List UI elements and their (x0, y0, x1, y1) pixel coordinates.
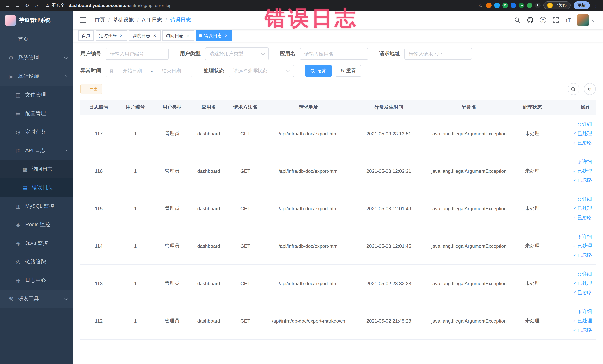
action-ignored[interactable]: ✓已忽略 (573, 214, 592, 221)
extension-grid-icon[interactable] (510, 3, 516, 8)
action-ignored[interactable]: ✓已忽略 (573, 177, 592, 184)
sidebar-item-access-log[interactable]: ▨ 访问日志 (0, 160, 73, 178)
sidebar-item-trace[interactable]: ◎ 链路追踪 (0, 253, 73, 271)
column-header: 应用名 (190, 100, 227, 115)
sidebar-item-mysql-monitor[interactable]: ▥ MySQL 监控 (0, 197, 73, 215)
tab-home[interactable]: 首页 (78, 30, 94, 41)
extension-on-icon[interactable]: on (519, 3, 524, 8)
action-label: 已忽略 (577, 327, 592, 333)
font-size-icon[interactable]: ↕T (565, 17, 570, 23)
cell-url: /api/infra/db-doc/export-html (264, 115, 353, 152)
app-name-field[interactable] (300, 48, 368, 60)
action-detail[interactable]: ◎详细 (578, 233, 592, 240)
sidebar-item-system-management[interactable]: ⚙ 系统管理 (0, 48, 73, 67)
close-icon[interactable]: × (119, 33, 124, 38)
action-processed[interactable]: ✓已处理 (573, 317, 592, 324)
exception-time-range[interactable]: ▦ 开始日期 - 结束日期 (106, 65, 192, 77)
extension-green-v-icon[interactable]: V (502, 3, 508, 8)
action-detail[interactable]: ◎详细 (578, 121, 592, 128)
paused-badge[interactable]: 已暂停 (543, 1, 570, 9)
tab-schedule-log[interactable]: 调度日志 × (129, 30, 161, 41)
address-bar[interactable]: dashboard.yudao.iocoder.cn/infra/log/api… (69, 3, 172, 8)
action-processed[interactable]: ✓已处理 (573, 280, 592, 287)
sidebar-item-timed-task[interactable]: ◷ 定时任务 (0, 123, 73, 141)
update-button[interactable]: 更新 (573, 1, 590, 9)
action-ignored[interactable]: ✓已忽略 (573, 140, 592, 146)
request-url-field[interactable] (405, 48, 472, 60)
cell-url: /api/infra/db-doc/export-html (264, 227, 353, 265)
sidebar-item-label: 定时任务 (25, 129, 46, 135)
sidebar-logo[interactable]: 芋道管理系统 (0, 11, 73, 30)
extension-leaf-icon[interactable] (527, 3, 532, 8)
user-id-label: 用户编号 (81, 50, 101, 57)
user-type-select[interactable]: 请选择用户类型 (205, 47, 269, 60)
action-detail[interactable]: ◎详细 (578, 308, 592, 315)
chevron-down-icon[interactable] (592, 18, 595, 22)
hide-search-button[interactable] (568, 83, 579, 95)
sidebar-item-home[interactable]: ⌂ 首页 (0, 30, 73, 48)
action-label: 已忽略 (577, 140, 592, 146)
security-badge[interactable]: ⚠ 不安全 (46, 2, 65, 9)
search-icon[interactable] (514, 17, 521, 23)
extension-orange-icon[interactable] (486, 3, 491, 8)
menu-collapse-icon[interactable] (80, 17, 86, 23)
back-button[interactable]: ← (4, 1, 12, 10)
reload-button[interactable]: ↻ (23, 1, 31, 10)
close-icon[interactable]: × (223, 33, 229, 38)
sidebar-item-redis-monitor[interactable]: ◆ Redis 监控 (0, 215, 73, 234)
extension-plugin-icon[interactable]: ✱ (535, 3, 540, 8)
sidebar-item-java-monitor[interactable]: ◈ Java 监控 (0, 234, 73, 253)
chevron-up-icon (64, 75, 68, 79)
bookmark-star-icon[interactable]: ☆ (478, 2, 483, 8)
sidebar-item-config-management[interactable]: ▤ 配置管理 (0, 104, 73, 123)
cell-method: GET (227, 115, 264, 152)
sidebar-item-log-center[interactable]: ▦ 日志中心 (0, 271, 73, 290)
action-ignored[interactable]: ✓已忽略 (573, 252, 592, 258)
sidebar-item-dev-tools[interactable]: ⚒ 研发工具 (0, 290, 73, 308)
close-icon[interactable]: × (152, 33, 157, 38)
breadcrumb-item[interactable]: API 日志 (142, 17, 162, 23)
tab-timed-task[interactable]: 定时任务 × (96, 30, 127, 41)
help-icon[interactable]: ? (540, 17, 546, 23)
action-processed[interactable]: ✓已处理 (573, 243, 592, 249)
reset-button[interactable]: ↻ 重置 (336, 65, 361, 77)
export-button[interactable]: ↓ 导出 (81, 84, 102, 94)
github-icon[interactable] (527, 17, 533, 23)
paused-label: 已暂停 (555, 3, 567, 8)
extension-drop-icon[interactable] (494, 3, 499, 8)
process-status-select[interactable]: 请选择处理状态 (229, 65, 294, 77)
action-ignored[interactable]: ✓已忽略 (573, 289, 592, 296)
action-detail[interactable]: ◎详细 (578, 158, 592, 165)
action-processed[interactable]: ✓已处理 (573, 205, 592, 212)
sidebar-item-file-management[interactable]: ◫ 文件管理 (0, 86, 73, 104)
sidebar-item-error-log[interactable]: ▤ 错误日志 (0, 178, 73, 197)
action-processed[interactable]: ✓已处理 (573, 130, 592, 137)
action-processed[interactable]: ✓已处理 (573, 168, 592, 174)
action-detail[interactable]: ◎详细 (578, 196, 592, 202)
tab-access-log[interactable]: 访问日志 × (162, 30, 194, 41)
cell-user_type: 管理员 (154, 190, 190, 227)
sidebar-item-api-log[interactable]: ▧ API 日志 (0, 141, 73, 160)
sidebar-item-infrastructure[interactable]: ▣ 基础设施 (0, 67, 73, 86)
breadcrumb-item[interactable]: 首页 (94, 17, 105, 23)
tab-error-log[interactable]: 错误日志 × (196, 30, 232, 41)
search-button[interactable]: 搜索 (305, 65, 332, 77)
forward-button[interactable]: → (13, 1, 22, 10)
avatar[interactable] (577, 14, 589, 26)
sidebar-item-label: API 日志 (25, 147, 46, 154)
check-icon: ✓ (573, 178, 576, 182)
action-detail[interactable]: ◎详细 (578, 271, 592, 277)
cell-status: 未处理 (514, 115, 551, 152)
action-ignored[interactable]: ✓已忽略 (573, 327, 592, 333)
end-date-placeholder: 结束日期 (154, 68, 189, 74)
sidebar-item-label: 链路追踪 (25, 258, 46, 265)
breadcrumb-item[interactable]: 基础设施 (113, 17, 134, 23)
close-icon[interactable]: × (185, 33, 191, 38)
user-id-field[interactable] (106, 48, 169, 60)
home-button[interactable]: ⌂ (33, 1, 41, 10)
browser-menu-icon[interactable]: ⋮ (593, 2, 599, 8)
cell-user_id: 1 (117, 227, 154, 265)
column-header: 异常名 (424, 100, 514, 115)
refresh-button[interactable]: ↻ (584, 83, 596, 95)
fullscreen-icon[interactable] (552, 17, 559, 23)
